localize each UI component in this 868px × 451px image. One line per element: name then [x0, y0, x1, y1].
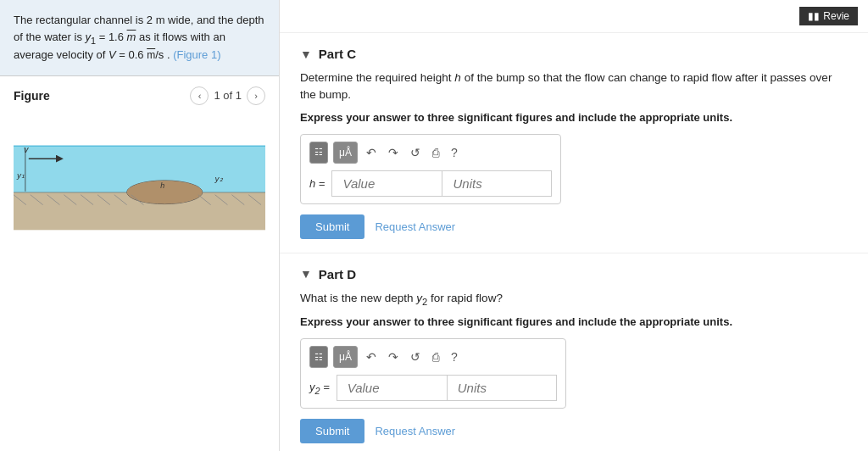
part-d-title: Part D: [319, 267, 356, 281]
part-d-answer-box: ☷ μÅ ↶ ↷ ↺ ⎙ ? y2 =: [300, 338, 566, 409]
part-d-input-row: y2 =: [309, 375, 557, 401]
part-d-section: ▼ Part D What is the new depth y2 for ra…: [280, 253, 868, 452]
part-c-answer-box: ☷ μÅ ↶ ↷ ↺ ⎙ ? h =: [300, 134, 561, 204]
part-c-collapse-arrow[interactable]: ▼: [300, 47, 312, 61]
part-d-request-answer-link[interactable]: Request Answer: [375, 425, 455, 437]
figure-link[interactable]: (Figure 1): [173, 48, 220, 61]
svg-text:v: v: [24, 144, 29, 154]
svg-text:y₂: y₂: [214, 174, 224, 183]
part-c-input-row: h =: [309, 170, 552, 197]
figure-navigation: ‹ 1 of 1 ›: [190, 86, 265, 105]
left-panel: The rectangular channel is 2 m wide, and…: [0, 0, 280, 451]
part-d-keyboard-button[interactable]: ⎙: [429, 348, 442, 365]
part-d-mu-button[interactable]: μÅ: [333, 346, 358, 368]
part-c-grid-button[interactable]: ☷: [309, 142, 328, 164]
figure-next-button[interactable]: ›: [247, 86, 265, 105]
part-d-refresh-button[interactable]: ↺: [407, 348, 424, 365]
top-bar: ▮▮ Revie: [280, 0, 868, 33]
part-c-redo-button[interactable]: ↷: [385, 144, 402, 161]
review-label: Revie: [823, 10, 849, 22]
part-c-mu-button[interactable]: μÅ: [333, 142, 358, 164]
problem-text-content: The rectangular channel is 2 m wide, and…: [14, 14, 264, 61]
svg-text:y₁: y₁: [16, 170, 25, 180]
part-d-help-button[interactable]: ?: [448, 348, 461, 365]
figure-section: Figure ‹ 1 of 1 ›: [0, 76, 279, 451]
svg-text:h: h: [160, 181, 164, 190]
part-c-help-button[interactable]: ?: [448, 144, 461, 161]
part-c-toolbar: ☷ μÅ ↶ ↷ ↺ ⎙ ?: [309, 142, 552, 164]
part-d-submit-button[interactable]: Submit: [300, 419, 364, 443]
figure-page-indicator: 1 of 1: [214, 89, 242, 102]
part-c-submit-button[interactable]: Submit: [300, 214, 364, 239]
problem-text: The rectangular channel is 2 m wide, and…: [0, 0, 279, 76]
part-c-units-input[interactable]: [442, 170, 552, 197]
figure-title: Figure: [14, 89, 50, 103]
part-d-redo-button[interactable]: ↷: [385, 348, 402, 365]
h-variable: h: [454, 71, 461, 84]
part-d-label: y2 =: [309, 381, 330, 396]
part-c-action-row: Submit Request Answer: [300, 214, 848, 239]
figure-diagram: v y₁ y₂ h: [14, 112, 265, 231]
part-d-toolbar: ☷ μÅ ↶ ↷ ↺ ⎙ ?: [309, 346, 557, 368]
part-c-refresh-button[interactable]: ↺: [407, 144, 424, 161]
part-c-description: Determine the required height h of the b…: [300, 70, 848, 104]
channel-svg: v y₁ y₂ h: [14, 112, 265, 231]
part-d-description: What is the new depth y2 for rapid flow?: [300, 290, 848, 309]
part-d-units-input[interactable]: [447, 375, 557, 401]
part-c-title: Part C: [319, 47, 356, 61]
part-d-collapse-arrow[interactable]: ▼: [300, 267, 312, 281]
review-button[interactable]: ▮▮ Revie: [799, 7, 858, 25]
part-c-section: ▼ Part C Determine the required height h…: [280, 33, 868, 253]
V-variable: V: [108, 48, 116, 61]
part-c-request-answer-link[interactable]: Request Answer: [375, 220, 455, 233]
review-icon: ▮▮: [808, 10, 820, 22]
part-d-header: ▼ Part D: [300, 267, 848, 281]
part-d-grid-button[interactable]: ☷: [309, 346, 328, 368]
right-panel: ▮▮ Revie ▼ Part C Determine the required…: [280, 0, 868, 451]
part-d-instruction: Express your answer to three significant…: [300, 315, 848, 328]
part-c-keyboard-button[interactable]: ⎙: [429, 144, 442, 161]
part-c-value-input[interactable]: [331, 170, 442, 197]
part-c-undo-button[interactable]: ↶: [363, 144, 380, 161]
figure-prev-button[interactable]: ‹: [190, 86, 209, 105]
part-c-header: ▼ Part C: [300, 47, 848, 61]
part-d-action-row: Submit Request Answer: [300, 419, 848, 443]
part-c-label: h =: [309, 177, 325, 190]
part-d-undo-button[interactable]: ↶: [363, 348, 380, 365]
figure-header: Figure ‹ 1 of 1 ›: [14, 86, 265, 105]
part-c-instruction: Express your answer to three significant…: [300, 111, 848, 124]
part-d-value-input[interactable]: [337, 375, 447, 401]
